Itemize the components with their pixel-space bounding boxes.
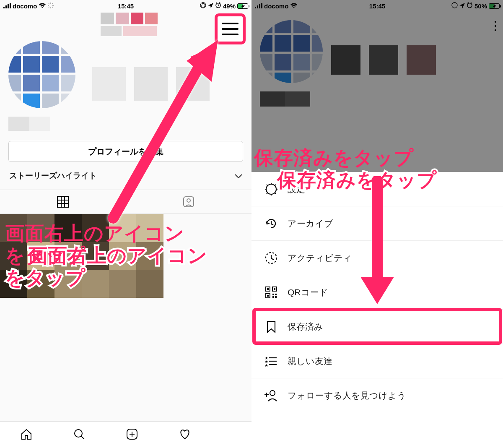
svg-line-49 <box>271 224 273 225</box>
home-icon[interactable] <box>20 428 33 442</box>
overflow-dots-icon[interactable] <box>495 21 496 31</box>
svg-rect-62 <box>275 296 277 298</box>
edit-profile-label: プロフィールを編集 <box>88 146 163 157</box>
svg-rect-1 <box>5 5 7 8</box>
archive-icon <box>264 216 278 231</box>
svg-line-9 <box>52 7 53 8</box>
left-screenshot: docomo 15:45 49% <box>0 0 252 448</box>
svg-line-26 <box>81 436 84 439</box>
activity-icon[interactable] <box>179 428 191 442</box>
svg-rect-0 <box>3 7 5 8</box>
profile-header <box>0 12 252 37</box>
close-friends-icon <box>264 354 278 368</box>
grid-tab[interactable] <box>0 190 126 214</box>
svg-line-8 <box>49 3 49 4</box>
discover-people-icon <box>264 388 278 403</box>
menu-item-settings[interactable]: 設定 <box>252 172 503 206</box>
bottom-nav <box>0 421 252 448</box>
search-icon[interactable] <box>73 428 86 442</box>
location-icon <box>208 3 213 10</box>
svg-rect-58 <box>267 295 269 297</box>
qr-icon <box>264 285 278 300</box>
highlights-label: ストーリーズハイライト <box>9 170 97 181</box>
post-thumbnail[interactable] <box>0 214 163 298</box>
svg-point-66 <box>270 391 275 396</box>
alarm-icon <box>215 2 221 10</box>
svg-line-44 <box>267 185 267 185</box>
svg-point-39 <box>266 184 276 194</box>
stats-redacted <box>92 67 210 101</box>
menu-item-activity[interactable]: アクティビティ <box>252 241 503 275</box>
svg-rect-59 <box>272 294 274 295</box>
right-screenshot: docomo 15:45 50% <box>252 0 503 448</box>
gear-icon <box>264 182 278 196</box>
menu-label: 親しい友達 <box>288 355 332 367</box>
new-post-icon[interactable] <box>126 428 138 442</box>
menu-button[interactable] <box>215 13 246 44</box>
menu-label: アーカイブ <box>288 218 333 229</box>
carrier-label: docomo <box>13 3 37 10</box>
menu-item-archive[interactable]: アーカイブ <box>252 206 503 241</box>
chevron-down-icon <box>235 171 242 180</box>
clock: 15:45 <box>118 3 134 10</box>
svg-point-24 <box>187 199 190 202</box>
saved-highlight-box <box>252 308 502 345</box>
display-name-redacted <box>8 117 243 131</box>
profile-section <box>0 37 252 131</box>
profile-tabs <box>0 190 252 214</box>
svg-line-47 <box>275 185 276 185</box>
svg-rect-18 <box>57 196 68 207</box>
svg-rect-2 <box>8 4 9 8</box>
edit-profile-button[interactable]: プロフィールを編集 <box>8 141 243 162</box>
tagged-tab[interactable] <box>126 190 252 214</box>
username-redacted <box>101 13 158 36</box>
svg-rect-57 <box>274 288 275 290</box>
menu-item-discover[interactable]: フォローする人を見つけよう <box>252 378 503 413</box>
menu-label: アクティビティ <box>288 252 352 264</box>
modal-dim-overlay[interactable] <box>252 0 503 172</box>
svg-rect-61 <box>272 296 274 298</box>
signal-icon <box>3 3 11 10</box>
svg-line-46 <box>267 193 267 194</box>
svg-line-52 <box>271 258 274 260</box>
svg-rect-3 <box>10 3 11 8</box>
profile-avatar[interactable] <box>8 41 75 108</box>
menu-label: QRコード <box>288 287 328 298</box>
activity-icon <box>264 251 278 265</box>
loading-icon <box>48 3 54 10</box>
svg-point-25 <box>75 430 82 437</box>
battery-icon <box>237 3 248 9</box>
svg-rect-56 <box>267 288 269 290</box>
rotation-lock-icon <box>200 2 206 10</box>
menu-item-close-friends[interactable]: 親しい友達 <box>252 344 503 378</box>
svg-rect-60 <box>275 294 277 295</box>
battery-percent: 49% <box>223 3 236 10</box>
svg-line-10 <box>49 7 49 8</box>
menu-label: 設定 <box>288 183 305 195</box>
svg-line-11 <box>52 3 53 4</box>
menu-item-qr[interactable]: QRコード <box>252 275 503 310</box>
status-bar: docomo 15:45 49% <box>0 0 252 12</box>
wifi-icon <box>39 3 46 10</box>
story-highlights-row[interactable]: ストーリーズハイライト <box>0 162 252 190</box>
svg-line-45 <box>275 193 276 194</box>
menu-label: フォローする人を見つけよう <box>288 390 406 401</box>
